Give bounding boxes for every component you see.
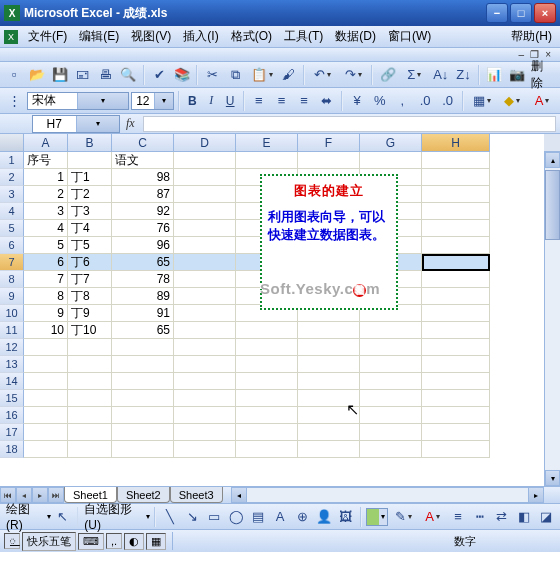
cell[interactable] [174, 390, 236, 407]
cell[interactable]: 87 [112, 186, 174, 203]
font-color-icon[interactable]: A [528, 91, 556, 111]
cell[interactable] [68, 424, 112, 441]
cell[interactable] [24, 373, 68, 390]
scroll-right-icon[interactable]: ▸ [528, 487, 544, 503]
cell[interactable]: 丁8 [68, 288, 112, 305]
cell[interactable] [360, 390, 422, 407]
cell[interactable] [422, 373, 490, 390]
cell[interactable]: 2 [24, 186, 68, 203]
cell[interactable] [236, 441, 298, 458]
cell[interactable] [112, 407, 174, 424]
cell[interactable] [68, 407, 112, 424]
menu-tools[interactable]: 工具(T) [278, 26, 329, 47]
chevron-down-icon[interactable]: ▾ [76, 116, 120, 132]
menu-window[interactable]: 窗口(W) [382, 26, 437, 47]
align-right-icon[interactable]: ≡ [294, 91, 315, 111]
ime-softkbd-icon[interactable]: ▦ [146, 533, 166, 550]
menu-data[interactable]: 数据(D) [329, 26, 382, 47]
cell[interactable] [422, 203, 490, 220]
cell[interactable]: 语文 [112, 152, 174, 169]
preview-icon[interactable]: 🔍 [118, 65, 139, 85]
cell[interactable] [422, 169, 490, 186]
cell[interactable]: 65 [112, 322, 174, 339]
borders-icon[interactable]: ▦ [468, 91, 496, 111]
cell[interactable] [174, 373, 236, 390]
redo-icon[interactable]: ↷ [339, 65, 367, 85]
cell[interactable]: 76 [112, 220, 174, 237]
cell[interactable]: 65 [112, 254, 174, 271]
cell[interactable] [24, 441, 68, 458]
cell[interactable]: 6 [24, 254, 68, 271]
menu-view[interactable]: 视图(V) [125, 26, 177, 47]
cell[interactable] [174, 356, 236, 373]
cell[interactable] [360, 424, 422, 441]
scroll-down-icon[interactable]: ▾ [545, 470, 560, 486]
cell[interactable] [174, 424, 236, 441]
scroll-left-icon[interactable]: ◂ [231, 487, 247, 503]
col-header-d[interactable]: D [174, 134, 236, 152]
col-header-b[interactable]: B [68, 134, 112, 152]
cell[interactable] [112, 373, 174, 390]
cell[interactable] [174, 271, 236, 288]
cell[interactable] [298, 373, 360, 390]
align-left-icon[interactable]: ≡ [249, 91, 270, 111]
row-header[interactable]: 10 [0, 305, 24, 322]
cell[interactable] [422, 424, 490, 441]
cell[interactable] [298, 441, 360, 458]
line-style-icon[interactable]: ≡ [448, 507, 468, 527]
formula-input[interactable] [143, 116, 556, 132]
chart-wizard-icon[interactable]: 📊 [484, 65, 505, 85]
ime-panel-icon[interactable]: ⌨ [78, 533, 104, 550]
size-combo[interactable]: 12▾ [131, 92, 174, 110]
cell[interactable] [68, 152, 112, 169]
cell[interactable]: 丁3 [68, 203, 112, 220]
row-header[interactable]: 11 [0, 322, 24, 339]
cell[interactable]: 3 [24, 203, 68, 220]
diagram-icon[interactable]: ⊕ [292, 507, 312, 527]
permission-icon[interactable]: 🖃 [72, 65, 93, 85]
draw-menu[interactable]: 绘图(R) [4, 501, 45, 532]
comma-icon[interactable]: , [392, 91, 413, 111]
paste-icon[interactable]: 📋 [248, 65, 276, 85]
cell[interactable]: 5 [24, 237, 68, 254]
row-header[interactable]: 16 [0, 407, 24, 424]
textbox-icon[interactable]: ▤ [248, 507, 268, 527]
handle-icon[interactable]: ⋮ [4, 91, 25, 111]
decrease-decimal-icon[interactable]: .0 [437, 91, 458, 111]
format-painter-icon[interactable]: 🖌 [278, 65, 299, 85]
cell[interactable] [112, 356, 174, 373]
cell[interactable] [422, 407, 490, 424]
cell[interactable]: 序号 [24, 152, 68, 169]
font-combo[interactable]: 宋体▾ [27, 92, 130, 110]
cell[interactable]: 丁7 [68, 271, 112, 288]
clipart-icon[interactable]: 👤 [314, 507, 334, 527]
sort-asc-icon[interactable]: A↓ [430, 65, 451, 85]
cell[interactable] [298, 424, 360, 441]
cell[interactable]: 92 [112, 203, 174, 220]
fx-icon[interactable]: fx [120, 116, 141, 131]
print-icon[interactable]: 🖶 [95, 65, 116, 85]
cell[interactable]: 丁10 [68, 322, 112, 339]
cell[interactable] [24, 390, 68, 407]
cell[interactable] [236, 152, 298, 169]
cell[interactable]: 1 [24, 169, 68, 186]
select-objects-icon[interactable]: ↖ [53, 507, 73, 527]
row-header[interactable]: 2 [0, 169, 24, 186]
cell[interactable] [298, 356, 360, 373]
copy-icon[interactable]: ⧉ [225, 65, 246, 85]
merge-center-icon[interactable]: ⬌ [316, 91, 337, 111]
cell[interactable] [422, 305, 490, 322]
row-header[interactable]: 15 [0, 390, 24, 407]
cell[interactable]: 9 [24, 305, 68, 322]
shadow-icon[interactable]: ◧ [514, 507, 534, 527]
chevron-down-icon[interactable]: ▾ [77, 93, 128, 109]
row-header[interactable]: 8 [0, 271, 24, 288]
row-header[interactable]: 5 [0, 220, 24, 237]
cell[interactable]: 8 [24, 288, 68, 305]
cell[interactable] [360, 322, 422, 339]
col-header-a[interactable]: A [24, 134, 68, 152]
camera-icon[interactable]: 📷 [507, 65, 528, 85]
cell[interactable] [112, 339, 174, 356]
cut-icon[interactable]: ✂ [202, 65, 223, 85]
col-header-h[interactable]: H [422, 134, 490, 152]
